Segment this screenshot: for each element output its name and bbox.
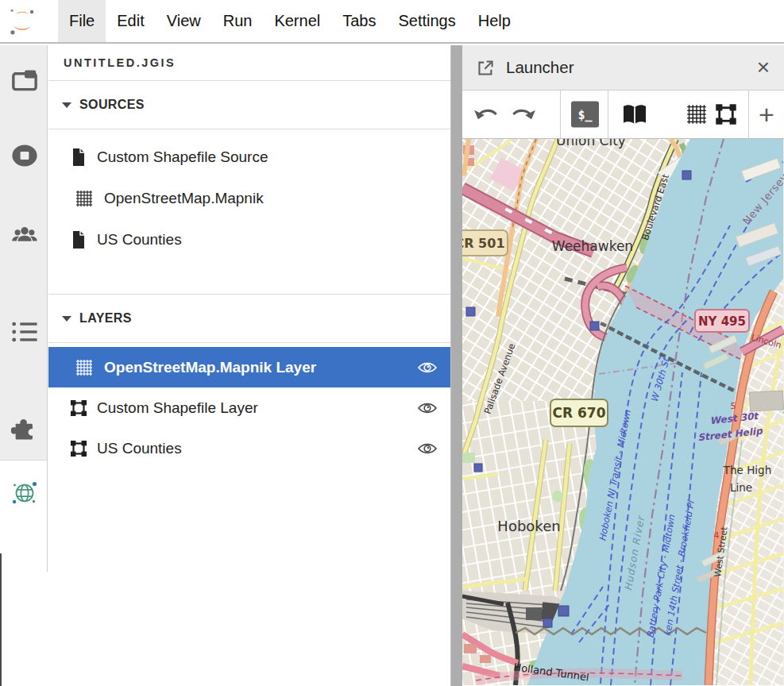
shield-ny495: NY 495 <box>695 310 749 332</box>
add-button[interactable]: + <box>759 102 774 126</box>
activity-bar-active-cell <box>0 461 48 572</box>
layer-item-openstreetmap[interactable]: OpenStreetMap.Mapnik Layer <box>48 347 450 387</box>
svg-text:CR 501: CR 501 <box>462 236 505 251</box>
collaboration-users-icon[interactable] <box>11 222 38 249</box>
source-item-openstreetmap[interactable]: OpenStreetMap.Mapnik <box>48 178 450 219</box>
toolbar-separator <box>560 91 561 138</box>
jupyter-logo-icon <box>7 6 37 37</box>
document-title: UNTITLED.JGIS <box>48 45 450 81</box>
map-label-hoboken: Hoboken <box>497 518 560 534</box>
collapse-caret-icon <box>62 102 71 108</box>
menu-file[interactable]: File <box>58 0 106 42</box>
source-item-custom-shapefile[interactable]: Custom Shapefile Source <box>48 137 450 178</box>
tab-launcher[interactable]: Launcher <box>506 58 757 77</box>
menu-settings[interactable]: Settings <box>387 0 466 42</box>
shield-cr501: CR 501 <box>462 230 508 256</box>
main-area: Launcher × $_ <box>462 45 784 686</box>
toolbar-separator <box>748 91 749 138</box>
raster-grid-icon <box>75 189 93 208</box>
tab-bar: Launcher × <box>462 45 784 91</box>
collapse-caret-icon <box>62 316 71 322</box>
layers-section-header[interactable]: LAYERS <box>48 295 450 343</box>
menu-view[interactable]: View <box>156 0 212 42</box>
undo-icon[interactable] <box>473 105 501 124</box>
running-kernels-icon[interactable] <box>11 142 38 169</box>
visibility-eye-icon[interactable] <box>417 360 438 375</box>
poi-pier4: 4 <box>714 530 720 541</box>
raster-grid-icon[interactable] <box>686 104 707 125</box>
menu-edit[interactable]: Edit <box>106 0 155 42</box>
file-browser-icon[interactable] <box>11 67 38 94</box>
vector-polygon-icon[interactable] <box>715 103 737 125</box>
map-canvas[interactable]: CR 501 CR 670 NY 495 Union City Weehawke… <box>462 139 784 685</box>
extensions-puzzle-icon[interactable] <box>11 414 38 441</box>
table-of-contents-icon[interactable] <box>11 318 38 345</box>
file-icon <box>70 148 87 167</box>
book-icon[interactable] <box>621 103 648 125</box>
raster-grid-icon <box>75 359 93 376</box>
poi-highline-line2: Line <box>730 481 752 494</box>
svg-text:NY 495: NY 495 <box>698 314 746 329</box>
visibility-eye-icon[interactable] <box>417 401 438 415</box>
jupytergis-side-panel: UNTITLED.JGIS SOURCES Custom Shapefile S… <box>48 45 451 686</box>
vector-polygon-icon <box>70 440 87 457</box>
poi-pier5: 5 <box>731 401 736 411</box>
sources-list: Custom Shapefile Source OpenStreetMap.Ma… <box>48 129 450 260</box>
file-icon <box>70 230 87 249</box>
menu-bar: File Edit View Run Kernel Tabs Settings … <box>0 0 784 44</box>
activity-bar-top <box>0 45 48 461</box>
shield-cr670: CR 670 <box>550 399 608 426</box>
map-panel: CR 501 CR 670 NY 495 Union City Weehawke… <box>462 139 784 685</box>
redo-icon[interactable] <box>508 105 537 124</box>
poi-highline-line1: The High <box>723 464 771 476</box>
layer-item-custom-shapefile[interactable]: Custom Shapefile Layer <box>48 387 450 428</box>
toolbar-separator <box>608 91 608 138</box>
svg-text:CR 670: CR 670 <box>553 405 606 421</box>
layer-item-us-counties[interactable]: US Counties <box>48 428 450 468</box>
sources-section-header[interactable]: SOURCES <box>48 81 450 129</box>
menu-kernel[interactable]: Kernel <box>263 0 331 42</box>
visibility-eye-icon[interactable] <box>417 441 438 456</box>
jupytergis-globe-icon[interactable] <box>10 478 40 508</box>
panel-splitter[interactable] <box>451 45 462 686</box>
activity-bar-edge <box>0 553 2 686</box>
menu-run[interactable]: Run <box>212 0 264 42</box>
menu-help[interactable]: Help <box>467 0 522 42</box>
close-icon[interactable]: × <box>757 60 770 75</box>
activity-bar <box>0 45 48 686</box>
menu-tabs[interactable]: Tabs <box>331 0 387 42</box>
vector-polygon-icon <box>70 399 87 417</box>
map-toolbar: $_ + <box>462 91 784 139</box>
section-divider <box>48 260 450 295</box>
map-label-weehawken: Weehawken <box>552 238 633 254</box>
layers-list: OpenStreetMap.Mapnik Layer Custom Shapef… <box>48 343 450 468</box>
map-label-union-city: Union City <box>556 139 626 148</box>
source-item-us-counties[interactable]: US Counties <box>48 219 450 260</box>
external-link-icon <box>477 59 495 77</box>
terminal-button[interactable]: $_ <box>571 102 599 128</box>
